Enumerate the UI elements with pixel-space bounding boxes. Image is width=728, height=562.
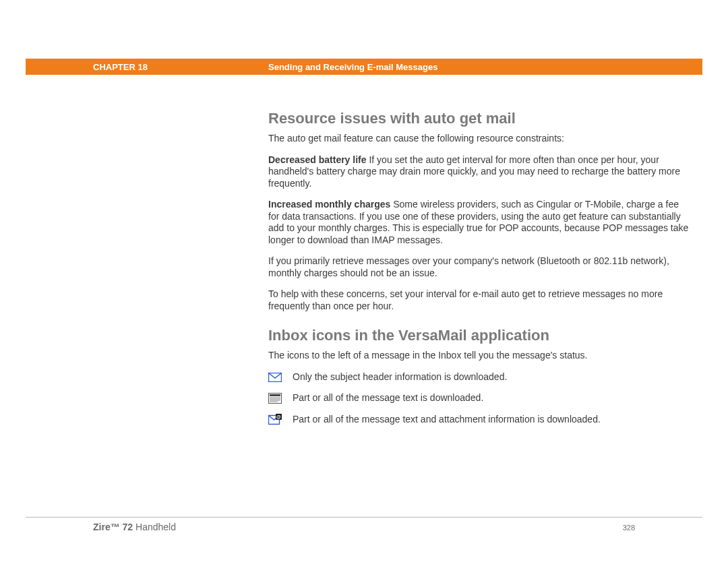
icon-legend-text: Part or all of the message text and atta…	[293, 414, 601, 426]
run-in-head: Increased monthly charges	[268, 199, 390, 210]
page-number: 328	[623, 524, 635, 532]
footer-product: Zire™ 72 Handheld	[93, 522, 176, 532]
footer-rule	[26, 517, 702, 518]
paragraph: Decreased battery life If you set the au…	[268, 154, 690, 190]
icon-legend-text: Only the subject header information is d…	[293, 371, 507, 383]
chapter-label: CHAPTER 18	[93, 62, 268, 72]
chapter-header: CHAPTER 18 Sending and Receiving E-mail …	[26, 59, 702, 75]
paragraph-text: If you primarily retrieve messages over …	[268, 255, 669, 278]
paragraph: Increased monthly charges Some wireless …	[268, 199, 690, 246]
message-attachment-icon: @	[268, 414, 282, 425]
heading-inbox-icons: Inbox icons in the VersaMail application	[268, 327, 690, 344]
icon-legend-row: @ Part or all of the message text and at…	[268, 414, 690, 426]
main-content: Resource issues with auto get mail The a…	[268, 110, 690, 435]
footer-product-bold: Zire™ 72	[93, 522, 133, 532]
intro-paragraph: The auto get mail feature can cause the …	[268, 133, 690, 145]
svg-text:@: @	[276, 414, 281, 419]
icon-legend-row: Only the subject header information is d…	[268, 371, 690, 383]
paragraph-text: To help with these concerns, set your in…	[268, 288, 663, 311]
icon-legend-row: Part or all of the message text is downl…	[268, 392, 690, 404]
footer-product-rest: Handheld	[133, 522, 176, 532]
heading-resource-issues: Resource issues with auto get mail	[268, 110, 690, 127]
icon-legend-text: Part or all of the message text is downl…	[293, 392, 483, 404]
envelope-outline-icon	[268, 372, 282, 383]
paragraph: If you primarily retrieve messages over …	[268, 255, 690, 279]
paragraph: To help with these concerns, set your in…	[268, 288, 690, 312]
svg-rect-2	[270, 394, 280, 396]
run-in-head: Decreased battery life	[268, 154, 367, 165]
section-title: Sending and Receiving E-mail Messages	[268, 62, 437, 72]
intro-paragraph: The icons to the left of a message in th…	[268, 350, 690, 362]
message-text-icon	[268, 393, 282, 404]
page-footer: Zire™ 72 Handheld 328	[26, 517, 702, 532]
